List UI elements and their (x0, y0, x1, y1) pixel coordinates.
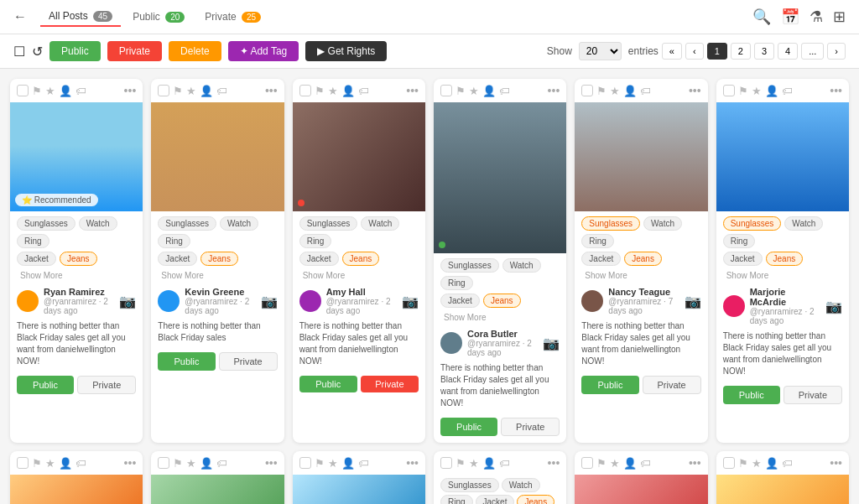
instagram-icon-2[interactable]: 📷 (261, 294, 278, 309)
card-more-menu-2[interactable]: ••• (265, 84, 278, 97)
card-more-menu-6[interactable]: ••• (830, 84, 842, 97)
tag-icon-4[interactable]: 🏷 (499, 85, 510, 97)
instagram-icon-6[interactable]: 📷 (825, 299, 842, 314)
tag-watch-2[interactable]: Watch (220, 216, 258, 231)
tag-icon-6[interactable]: 🏷 (782, 85, 793, 97)
tag-watch-3[interactable]: Watch (361, 216, 399, 231)
card-more-menu-12[interactable]: ••• (830, 456, 842, 470)
page-dots-button[interactable]: ... (801, 43, 824, 60)
instagram-icon-3[interactable]: 📷 (402, 294, 419, 309)
star-icon-11[interactable]: ★ (610, 457, 620, 470)
tag-sunglasses-4[interactable]: Sunglasses (440, 258, 499, 273)
show-more-tags-3[interactable]: Show More (299, 269, 349, 282)
star-icon-3[interactable]: ★ (328, 85, 338, 97)
card-more-menu-4[interactable]: ••• (548, 84, 560, 97)
tag-icon-2[interactable]: 🏷 (216, 85, 227, 97)
tag-sunglasses-6[interactable]: Sunglasses (723, 216, 782, 231)
tag-jacket-6[interactable]: Jacket (723, 252, 763, 266)
tag-icon-7[interactable]: 🏷 (75, 457, 86, 470)
tag-jacket-5[interactable]: Jacket (581, 252, 621, 266)
get-rights-button[interactable]: ▶ Get Rights (305, 41, 387, 61)
bookmark-icon-9[interactable]: ⚑ (315, 457, 325, 470)
star-icon-12[interactable]: ★ (752, 457, 762, 470)
bookmark-icon-7[interactable]: ⚑ (32, 457, 42, 470)
star-icon-5[interactable]: ★ (610, 85, 620, 97)
tag-jacket[interactable]: Jacket (17, 252, 56, 266)
tag-sunglasses-2[interactable]: Sunglasses (158, 216, 216, 231)
person-icon-5[interactable]: 👤 (623, 85, 637, 97)
page-2-button[interactable]: 2 (731, 43, 751, 60)
action-private-4[interactable]: Private (501, 418, 560, 436)
person-icon-12[interactable]: 👤 (765, 457, 778, 470)
star-icon-10[interactable]: ★ (469, 457, 479, 470)
show-more-tags-6[interactable]: Show More (723, 269, 773, 282)
person-icon-9[interactable]: 👤 (341, 457, 355, 470)
card-more-menu-5[interactable]: ••• (689, 84, 701, 97)
card-checkbox-9[interactable] (299, 457, 311, 469)
bookmark-icon-11[interactable]: ⚑ (596, 457, 607, 470)
action-private-1[interactable]: Private (77, 376, 136, 394)
person-icon-11[interactable]: 👤 (623, 457, 637, 470)
star-icon-9[interactable]: ★ (328, 457, 338, 470)
next-page-button[interactable]: › (827, 43, 846, 60)
tag-icon-3[interactable]: 🏷 (358, 85, 369, 97)
action-public-4[interactable]: Public (440, 418, 497, 436)
star-icon[interactable]: ★ (45, 85, 55, 97)
tag-jeans-2[interactable]: Jeans (200, 252, 238, 266)
card-checkbox-1[interactable] (17, 85, 29, 96)
tag-jeans-4[interactable]: Jeans (483, 294, 521, 308)
delete-button[interactable]: Delete (169, 41, 221, 61)
tag-icon-12[interactable]: 🏷 (782, 457, 793, 470)
refresh-icon[interactable]: ↺ (32, 44, 43, 60)
card-checkbox-11[interactable] (581, 457, 593, 469)
tag-watch[interactable]: Watch (79, 216, 117, 231)
bookmark-icon-3[interactable]: ⚑ (315, 85, 325, 97)
card-checkbox-6[interactable] (723, 85, 735, 96)
tag-icon-10[interactable]: 🏷 (499, 457, 510, 470)
first-page-button[interactable]: « (662, 43, 682, 60)
tab-all-posts[interactable]: All Posts 45 (40, 7, 121, 27)
star-icon-4[interactable]: ★ (469, 85, 479, 97)
tab-public[interactable]: Public 20 (124, 8, 193, 26)
tag-icon-5[interactable]: 🏷 (640, 85, 651, 97)
action-private-3[interactable]: Private (361, 376, 419, 392)
show-count-select[interactable]: 2050100 (579, 42, 622, 60)
show-more-tags-5[interactable]: Show More (581, 269, 631, 282)
tag-sunglasses-3[interactable]: Sunglasses (299, 216, 358, 231)
page-4-button[interactable]: 4 (778, 43, 798, 60)
card-checkbox-2[interactable] (158, 85, 169, 96)
card-more-menu-10[interactable]: ••• (548, 456, 560, 470)
calendar-icon[interactable]: 📅 (781, 8, 799, 26)
tag-jeans[interactable]: Jeans (60, 252, 97, 266)
public-button[interactable]: Public (49, 41, 101, 61)
tab-private[interactable]: Private 25 (196, 8, 269, 26)
tag-ring-3[interactable]: Ring (299, 234, 332, 248)
instagram-icon-1[interactable]: 📷 (119, 294, 136, 309)
bookmark-icon[interactable]: ⚑ (32, 85, 42, 97)
card-checkbox-3[interactable] (299, 85, 311, 96)
tag-jacket-2[interactable]: Jacket (158, 252, 197, 266)
page-3-button[interactable]: 3 (754, 43, 774, 60)
tag-watch-4[interactable]: Watch (502, 258, 541, 273)
private-button[interactable]: Private (107, 41, 162, 61)
person-icon-8[interactable]: 👤 (200, 457, 213, 470)
card-more-menu-7[interactable]: ••• (124, 456, 137, 470)
tag-sunglasses[interactable]: Sunglasses (17, 216, 75, 231)
card-checkbox-7[interactable] (17, 457, 29, 469)
bookmark-icon-12[interactable]: ⚑ (738, 457, 748, 470)
prev-page-button[interactable]: ‹ (685, 43, 704, 60)
tag-jeans-3[interactable]: Jeans (342, 252, 380, 266)
search-icon[interactable]: 🔍 (752, 8, 771, 26)
bookmark-icon-4[interactable]: ⚑ (456, 85, 466, 97)
star-icon-7[interactable]: ★ (45, 457, 55, 470)
tag-ring[interactable]: Ring (17, 234, 49, 248)
action-public-1[interactable]: Public (17, 376, 74, 394)
card-checkbox-5[interactable] (581, 85, 593, 96)
action-public-6[interactable]: Public (723, 386, 780, 404)
tag-watch-6[interactable]: Watch (784, 216, 823, 231)
card-more-menu-11[interactable]: ••• (689, 456, 701, 470)
card-checkbox-12[interactable] (723, 457, 735, 469)
tag-jacket-3[interactable]: Jacket (299, 252, 339, 266)
tag-icon[interactable]: 🏷 (75, 85, 86, 97)
card-checkbox-10[interactable] (440, 457, 452, 469)
